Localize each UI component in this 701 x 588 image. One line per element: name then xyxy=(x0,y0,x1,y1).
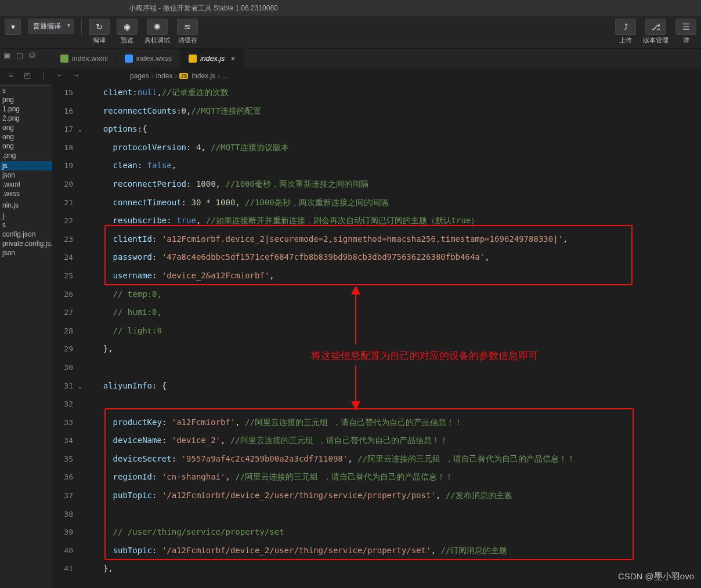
code-line[interactable]: options:{ xyxy=(84,120,701,139)
file-item[interactable]: ong xyxy=(0,132,52,141)
preview-button[interactable]: ◉ xyxy=(117,19,138,35)
version-label: 版本管理 xyxy=(643,36,669,45)
line-number: 24 xyxy=(52,248,73,267)
file-item[interactable]: .wxml xyxy=(0,180,52,189)
line-number: 23 xyxy=(52,230,73,249)
code-line[interactable] xyxy=(84,395,701,413)
breadcrumb-segment[interactable]: index.js xyxy=(191,72,215,80)
line-number: 41 xyxy=(52,560,73,578)
panel-icon[interactable]: ▢ xyxy=(16,51,23,57)
code-line[interactable]: deviceName: 'device_2', //阿里云连接的三元组 ，请自己… xyxy=(84,431,701,450)
file-item[interactable]: png xyxy=(0,95,52,104)
realdebug-button[interactable]: ✺ xyxy=(147,19,168,35)
file-item[interactable]: 1.png xyxy=(0,104,52,114)
file-type-icon xyxy=(125,55,133,63)
window-titlebar: 小程序端 - 微信开发者工具 Stable 1.06.2310080 xyxy=(0,0,701,16)
breadcrumb-segment[interactable]: index xyxy=(156,72,173,80)
line-number: 34 xyxy=(52,431,73,450)
code-line[interactable]: reconnectCounts:0,//MQTT连接的配置 xyxy=(84,102,701,121)
code-line[interactable]: subTopic: '/a12Fcmiorbf/device_2/user/th… xyxy=(84,542,701,560)
line-number: 20 xyxy=(52,175,73,194)
preview-label: 预览 xyxy=(121,36,133,45)
code-line[interactable]: aliyunInfo: { xyxy=(84,377,701,395)
file-item[interactable]: s xyxy=(0,86,52,95)
clearcache-label: 清缓存 xyxy=(178,36,197,45)
code-editor[interactable]: 151617⌄1819202122232425262728293031⌄3233… xyxy=(52,84,701,588)
file-item[interactable]: config.json xyxy=(0,230,52,239)
code-line[interactable]: clientId: 'a12Fcmiorbf.device_2|securemo… xyxy=(84,230,701,249)
realdebug-label: 真机调试 xyxy=(144,36,170,45)
file-item[interactable]: private.config.js... xyxy=(0,239,52,248)
line-number: 38 xyxy=(52,505,73,524)
file-item[interactable]: .wxss xyxy=(0,189,52,198)
code-line[interactable]: // temp:0, xyxy=(84,285,701,304)
version-button[interactable]: ⎇ xyxy=(645,19,666,35)
code-line[interactable]: password: '47a8c4e6dbbc5df1571cef6847cfb… xyxy=(84,248,701,267)
fold-icon[interactable]: ⌄ xyxy=(75,383,82,390)
line-number: 22 xyxy=(52,212,73,230)
file-item[interactable]: json xyxy=(0,170,52,180)
outline-icon[interactable]: ≡ xyxy=(6,71,16,79)
clearcache-button[interactable]: ≋ xyxy=(177,19,198,35)
tab-label: index.js xyxy=(200,55,225,63)
breadcrumb-segment[interactable]: pages xyxy=(130,72,149,80)
code-line[interactable]: username: 'device_2&a12Fcmiorbf', xyxy=(84,267,701,285)
file-item[interactable]: json xyxy=(0,248,52,257)
layout-icon[interactable]: ▣ xyxy=(3,51,10,57)
fold-icon[interactable]: ⌄ xyxy=(75,126,82,133)
line-number: 37 xyxy=(52,487,73,505)
nav-back-icon[interactable]: ← xyxy=(55,71,65,79)
code-line[interactable]: // light:0 xyxy=(84,322,701,340)
line-number: 30 xyxy=(52,358,73,377)
file-item[interactable]: js xyxy=(0,161,52,170)
editor-tab[interactable]: index.js× xyxy=(180,49,244,68)
file-type-icon xyxy=(189,55,197,63)
code-area[interactable]: client:null,//记录重连的次数 reconnectCounts:0,… xyxy=(84,84,701,588)
line-number: 15 xyxy=(52,84,73,102)
editor-tab[interactable]: index.wxml xyxy=(52,49,117,68)
code-line[interactable]: pubTopic: '/a12Fcmiorbf/device_2/user/th… xyxy=(84,487,701,505)
line-number: 18 xyxy=(52,139,73,157)
code-line[interactable]: client:null,//记录重连的次数 xyxy=(84,84,701,102)
code-line[interactable]: resubscribe: true, //如果连接断开并重新连接，则会再次自动订… xyxy=(84,212,701,230)
code-line[interactable]: productKey: 'a12Fcmiorbf', //阿里云连接的三元组 ，… xyxy=(84,413,701,432)
file-item[interactable]: s xyxy=(0,220,52,230)
breadcrumb-segment[interactable]: ... xyxy=(222,72,228,80)
upload-button[interactable]: ⤴ xyxy=(615,19,636,35)
file-item[interactable]: .png xyxy=(0,151,52,160)
watermark: CSDN @墨小羽ovo xyxy=(618,571,694,582)
code-line[interactable]: connectTimeout: 30 * 1000, //1000毫秒，两次重新… xyxy=(84,194,701,212)
file-item[interactable]: ) xyxy=(0,211,52,220)
detail-button[interactable]: ☰ xyxy=(675,19,696,35)
line-number: 39 xyxy=(52,523,73,542)
code-line[interactable]: }, xyxy=(84,560,701,578)
editor-tab[interactable]: index.wxss xyxy=(117,49,180,68)
code-line[interactable]: protocolVersion: 4, //MQTT连接协议版本 xyxy=(84,139,701,157)
compile-button[interactable]: ↻ xyxy=(89,19,110,35)
code-line[interactable]: // /user/thing/service/property/set xyxy=(84,523,701,542)
code-line[interactable] xyxy=(84,505,701,524)
code-line[interactable]: deviceSecret: '9557a9af4c2c4259b00a2a3cd… xyxy=(84,450,701,469)
line-number: 36 xyxy=(52,468,73,487)
file-item[interactable]: nin.js xyxy=(0,201,52,210)
file-list: spng1.png2.pngongongong.pngjsjson.wxml.w… xyxy=(0,86,52,257)
code-line[interactable]: reconnectPeriod: 1000, //1000毫秒，两次重新连接之间… xyxy=(84,175,701,194)
toolbar: ▾ 普通编译 ↻编译 ◉预览 ✺真机调试 ≋清缓存 ⤴上传 ⎇版本管理 ☰详 xyxy=(0,16,701,49)
upload-label: 上传 xyxy=(619,36,632,45)
file-item[interactable]: ong xyxy=(0,123,52,132)
code-line[interactable]: // humi:0, xyxy=(84,303,701,322)
device-dropdown[interactable]: ▾ xyxy=(5,19,21,35)
bookmark-icon[interactable]: ◰ xyxy=(22,71,32,79)
code-line[interactable]: clean: false, xyxy=(84,157,701,175)
file-item[interactable]: 2.png xyxy=(0,114,52,123)
cloud-icon[interactable]: ⛁ xyxy=(29,51,35,57)
close-icon[interactable]: × xyxy=(230,54,235,63)
line-number: 29 xyxy=(52,340,73,358)
code-line[interactable]: regionId: 'cn-shanghai', //阿里云连接的三元组 ，请自… xyxy=(84,468,701,487)
nav-fwd-icon[interactable]: → xyxy=(71,71,81,79)
compile-mode-select[interactable]: 普通编译 xyxy=(28,19,74,34)
file-item[interactable]: ong xyxy=(0,141,52,151)
line-number: 28 xyxy=(52,322,73,340)
line-number: 21 xyxy=(52,194,73,212)
explorer-icon-row: ▣ ▢ ⛁ xyxy=(0,49,52,59)
